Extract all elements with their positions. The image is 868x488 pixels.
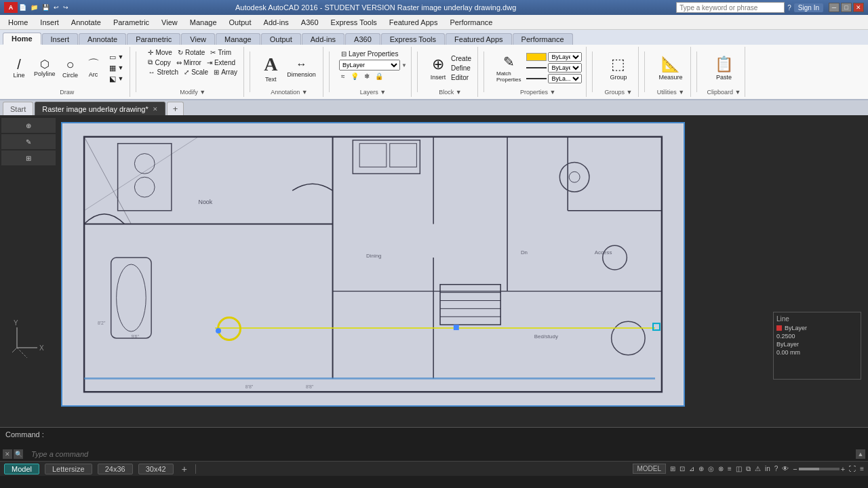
- mirror-button[interactable]: ⇔ Mirror: [174, 58, 203, 67]
- customize-status-btn[interactable]: ≡: [860, 465, 864, 472]
- selection-cycling-btn[interactable]: ⧉: [746, 465, 751, 473]
- tab-home[interactable]: Home: [3, 33, 41, 45]
- insert-button[interactable]: ⊕ Insert: [427, 54, 449, 82]
- command-input[interactable]: [28, 449, 853, 460]
- layer-on-button[interactable]: 💡: [349, 72, 361, 81]
- linetype-dropdown[interactable]: ByLaye: [548, 63, 582, 73]
- menu-manage[interactable]: Manage: [184, 17, 222, 28]
- minimize-button[interactable]: ─: [829, 3, 840, 12]
- layer-freeze-button[interactable]: ❄: [362, 72, 372, 81]
- breadcrumb-start[interactable]: Start: [3, 102, 33, 115]
- tab-addins[interactable]: Add-ins: [302, 33, 344, 45]
- stretch-button[interactable]: ↔ Stretch: [146, 68, 180, 77]
- tab-featured-apps[interactable]: Featured Apps: [446, 33, 512, 45]
- lineweight-dropdown[interactable]: ByLa...: [548, 74, 582, 83]
- otrack-btn[interactable]: ⊗: [718, 465, 724, 472]
- rotate-button[interactable]: ↻ Rotate: [176, 48, 207, 57]
- color-dropdown[interactable]: ByLayer: [548, 52, 582, 62]
- toolbar-btn-3[interactable]: ⊞: [1, 150, 56, 165]
- tab-output[interactable]: Output: [261, 33, 301, 45]
- full-screen-btn[interactable]: ⛶: [849, 465, 856, 472]
- layer-lock-button[interactable]: 🔒: [373, 72, 385, 81]
- menu-featured-apps[interactable]: Featured Apps: [384, 17, 443, 28]
- extend-button[interactable]: ⇥ Extend: [205, 58, 237, 67]
- menu-performance[interactable]: Performance: [444, 17, 498, 28]
- status-tab-24x36[interactable]: 24x36: [98, 464, 133, 474]
- scale-button[interactable]: ⤢ Scale: [182, 68, 210, 77]
- tab-express-tools[interactable]: Express Tools: [381, 33, 445, 45]
- quick-access-undo[interactable]: ↩: [52, 4, 60, 11]
- menu-parametric[interactable]: Parametric: [108, 17, 155, 28]
- polar-btn[interactable]: ⊕: [698, 465, 704, 472]
- draw-extra-2[interactable]: ▦ ▼: [107, 63, 126, 73]
- transparency-btn[interactable]: ◫: [736, 465, 742, 472]
- quick-access-save[interactable]: 💾: [41, 4, 51, 11]
- menu-insert[interactable]: Insert: [35, 17, 64, 28]
- model-space-btn[interactable]: MODEL: [633, 464, 667, 474]
- text-button[interactable]: A Text: [260, 52, 281, 84]
- osnap-btn[interactable]: ◎: [708, 465, 714, 472]
- tab-annotate[interactable]: Annotate: [79, 33, 126, 45]
- tab-manage[interactable]: Manage: [216, 33, 260, 45]
- grid-snap-btn[interactable]: ⊡: [679, 465, 685, 472]
- signin-btn[interactable]: Sign In: [794, 3, 823, 12]
- block-create-btn[interactable]: Create: [449, 54, 473, 63]
- menu-view[interactable]: View: [156, 17, 183, 28]
- draw-extra-1[interactable]: ▭ ▼: [107, 52, 126, 62]
- units-btn[interactable]: in: [765, 465, 770, 472]
- menu-annotate[interactable]: Annotate: [66, 17, 106, 28]
- tab-view[interactable]: View: [181, 33, 215, 45]
- layer-properties-button[interactable]: ⊟ Layer Properties: [339, 49, 400, 58]
- command-scroll-up[interactable]: ▲: [856, 449, 865, 459]
- line-button[interactable]: / Line: [8, 56, 30, 80]
- menu-addins[interactable]: Add-ins: [258, 17, 294, 28]
- tab-a360[interactable]: A360: [345, 33, 380, 45]
- annotation-monitor-btn[interactable]: ⚠: [755, 465, 761, 472]
- isolate-objects-btn[interactable]: 👁: [782, 465, 789, 472]
- grid-display-btn[interactable]: ⊞: [670, 465, 675, 472]
- status-tab-model[interactable]: Model: [4, 464, 39, 474]
- status-tab-30x42[interactable]: 30x42: [138, 464, 174, 474]
- array-button[interactable]: ⊞ Array: [212, 68, 239, 77]
- group-button[interactable]: ⬚ Group: [607, 54, 629, 82]
- lineweight-btn[interactable]: ≡: [728, 465, 732, 472]
- quick-access-open[interactable]: 📁: [29, 4, 39, 11]
- close-button[interactable]: ✕: [853, 3, 864, 12]
- paste-button[interactable]: 📋 Paste: [712, 54, 736, 82]
- move-button[interactable]: ✛ Move: [146, 48, 174, 57]
- draw-extra-3[interactable]: ⬕ ▼: [107, 74, 126, 84]
- toolbar-btn-2[interactable]: ✎: [1, 134, 56, 149]
- zoom-plus-btn[interactable]: +: [841, 465, 845, 473]
- search-input[interactable]: [676, 2, 785, 13]
- new-tab-button[interactable]: +: [167, 102, 184, 115]
- status-tab-lettersize[interactable]: Lettersize: [45, 464, 92, 474]
- tab-performance[interactable]: Performance: [513, 33, 573, 45]
- layer-match-button[interactable]: ≈: [339, 72, 347, 81]
- block-define-btn[interactable]: Define: [449, 64, 473, 73]
- circle-button[interactable]: ○ Circle: [60, 56, 81, 80]
- maximize-button[interactable]: □: [841, 3, 852, 12]
- quick-access-redo[interactable]: ↪: [62, 4, 70, 11]
- quick-access-new[interactable]: 📄: [18, 4, 28, 11]
- command-close-btn[interactable]: ✕: [3, 449, 12, 459]
- tab-insert[interactable]: Insert: [42, 33, 79, 45]
- arc-button[interactable]: ⌒ Arc: [83, 57, 104, 79]
- zoom-minus-btn[interactable]: −: [793, 465, 797, 473]
- menu-output[interactable]: Output: [224, 17, 257, 28]
- qp-btn[interactable]: ?: [774, 465, 778, 472]
- ortho-btn[interactable]: ⊿: [689, 465, 694, 472]
- menu-express-tools[interactable]: Express Tools: [326, 17, 382, 28]
- dimension-button[interactable]: ↔ Dimension: [284, 57, 319, 79]
- doc-tab-close-icon[interactable]: ✕: [153, 106, 158, 113]
- floor-plan-image[interactable]: Nook Dining Bed/study Dn Access 8'2" 9'6…: [62, 123, 684, 405]
- zoom-slider[interactable]: [799, 468, 840, 470]
- copy-button[interactable]: ⧉ Copy: [146, 58, 172, 67]
- menu-a360[interactable]: A360: [296, 17, 324, 28]
- doc-tab-active[interactable]: Raster image underlay drawing* ✕: [35, 102, 165, 115]
- add-tab-btn[interactable]: +: [179, 464, 190, 474]
- trim-button[interactable]: ✂ Trim: [208, 48, 233, 57]
- measure-button[interactable]: 📐 Measure: [656, 54, 685, 82]
- polyline-button[interactable]: ⬡ Polyline: [31, 58, 58, 79]
- match-properties-button[interactable]: ✎ MatchProperties: [494, 52, 524, 84]
- toolbar-btn-1[interactable]: ⊕: [1, 118, 56, 133]
